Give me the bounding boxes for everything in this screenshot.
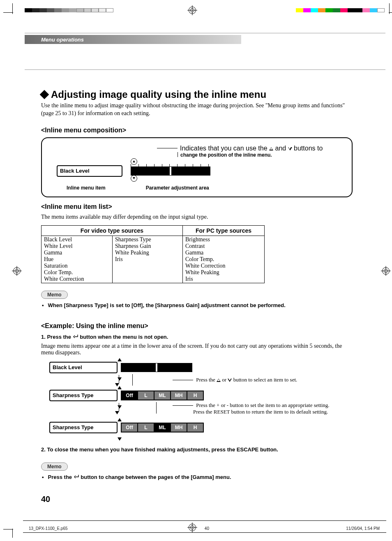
triangle-up-icon (118, 418, 122, 421)
diagram-row-blacklevel: Black Level (41, 358, 353, 375)
opt-ml: ML (154, 391, 171, 400)
inline-menu-item-label: Black Level (57, 165, 122, 177)
opt-mh: MH (170, 391, 187, 400)
composition-caption: Indicates that you can use the and butto… (180, 145, 323, 152)
th-video: For video type sources (42, 225, 183, 236)
opt-l: L (137, 391, 154, 400)
section-header-label: Menu operations (41, 35, 84, 44)
opt-h: H (187, 391, 204, 400)
footer-file: 13_DPX-1100_E.p65 (29, 526, 68, 531)
triangle-up-icon (269, 147, 273, 150)
diagram-caption-set: Press the + or - button to set the item … (193, 402, 330, 415)
row2-label: Sharpness Type (49, 390, 118, 401)
page-title-text: Adjusting image quality using the inline… (51, 89, 266, 100)
triangle-down-icon (288, 147, 292, 150)
th-pc: For PC type sources (183, 225, 265, 236)
row2-option-strip: Off L ML MH H (121, 391, 203, 400)
example-step1-body: Image menu items appear one at a time in… (41, 343, 353, 356)
triangle-up-icon (118, 358, 122, 361)
move-down-indicator-icon (131, 175, 137, 182)
video-col-b: Sharpness TypeSharpness Gain White Peaki… (113, 236, 183, 283)
footer-date: 11/26/04, 1:54 PM (346, 526, 380, 531)
print-marks-top (0, 3, 392, 12)
opt-l: L (137, 423, 154, 432)
row3-option-strip: Off L ML MH H (121, 423, 203, 432)
triangle-down-icon (118, 437, 122, 441)
section-header: Menu operations (25, 35, 385, 44)
opt-off: Off (121, 391, 138, 400)
row3-label: Sharpness Type (49, 422, 118, 433)
triangle-down-icon (118, 377, 122, 381)
memo-pill: Memo (41, 291, 68, 299)
pc-col: BrightnessContrast GammaColor Temp. Whit… (183, 236, 265, 283)
diagram-row-sharpness-off: Sharpness Type Off L ML MH H (41, 386, 353, 403)
label-parameter-area: Parameter adjustment area (146, 185, 209, 191)
triangle-up-icon (118, 386, 122, 389)
memo1-text: •When [Sharpness Type] is set to [Off], … (41, 302, 353, 308)
diamond-bullet-icon (40, 90, 49, 99)
registration-mark-icon (189, 7, 196, 14)
enter-icon (73, 334, 78, 340)
intro-paragraph: Use the inline menu to adjust image qual… (41, 102, 353, 118)
diagram-caption-select: Press the or button to select an item to… (193, 377, 297, 383)
composition-panel: Indicates that you can use the and butto… (41, 137, 353, 197)
example-diagram: Black Level Press the or button to selec… (41, 358, 353, 435)
page-sheet: Menu operations Adjusting image quality … (25, 23, 385, 518)
opt-mh: MH (170, 423, 187, 432)
grayscale-swatches (25, 8, 113, 12)
composition-heading: <Inline menu composition> (41, 127, 353, 134)
itemlist-note: The menu items available may differ depe… (41, 214, 353, 220)
page-title: Adjusting image quality using the inline… (41, 89, 353, 100)
footer-page: 40 (205, 526, 209, 531)
parameter-ruler (131, 166, 210, 176)
registration-mark-icon (13, 267, 21, 275)
label-inline-item: Inline menu item (67, 185, 106, 191)
diagram-row-sharpness-ml: Sharpness Type Off L ML MH H (41, 418, 353, 435)
enter-icon (74, 474, 79, 481)
triangle-up-icon (217, 379, 221, 382)
composition-caption-line2: change the position of the inline menu. (180, 152, 272, 158)
row1-ruler (121, 363, 192, 372)
example-heading: <Example: Using the inline menu> (41, 322, 353, 330)
memo2-text: • Press the button to change between the… (41, 474, 353, 481)
opt-h: H (187, 423, 204, 432)
opt-off: Off (121, 423, 138, 432)
example-step2: 2. To close the menu when you have finis… (41, 446, 353, 453)
print-footer: 13_DPX-1100_E.p65 40 11/26/04, 1:54 PM (0, 520, 392, 538)
video-col-a: Black LevelWhite Level GammaHue Saturati… (42, 236, 113, 283)
itemlist-table: For video type sources For PC type sourc… (41, 225, 265, 283)
opt-ml: ML (154, 423, 171, 432)
memo-pill: Memo (41, 462, 68, 471)
row1-label: Black Level (49, 362, 118, 373)
triangle-down-icon (118, 405, 122, 409)
example-step1: 1. Press the button when the menu is not… (41, 334, 353, 340)
page-number: 40 (41, 495, 50, 504)
color-swatches (296, 8, 385, 12)
itemlist-heading: <Inline menu item list> (41, 203, 353, 210)
triangle-down-icon (228, 379, 232, 382)
